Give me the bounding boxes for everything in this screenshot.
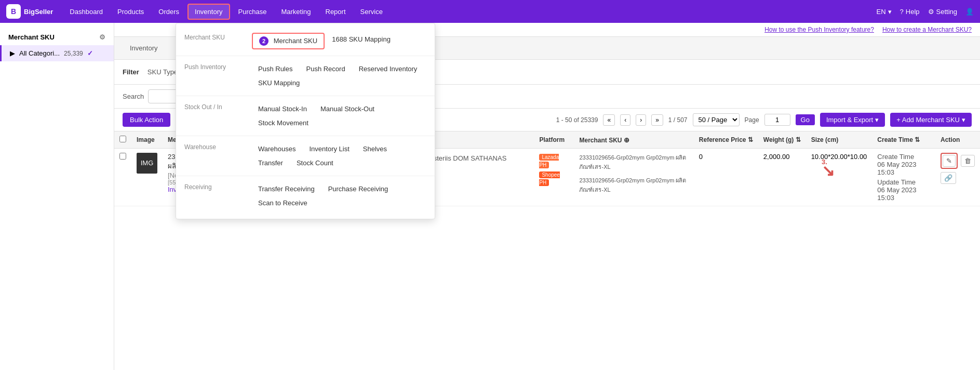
dropdown-stock-label: Stock Out / In	[184, 102, 252, 129]
dropdown-merchant-sku-section: Merchant SKU 2 Merchant SKU 1688 SKU Map…	[176, 30, 435, 52]
delete-button[interactable]: 🗑	[961, 155, 975, 167]
dropdown-merchant-sku-item[interactable]: 2 Merchant SKU	[252, 33, 325, 49]
create-sku-help[interactable]: How to create a Merchant SKU?	[882, 26, 972, 33]
divider-3	[176, 136, 435, 136]
col-action: Action	[935, 131, 980, 149]
dropdown-1688-mapping[interactable]: 1688 SKU Mapping	[326, 33, 397, 49]
col-weight: Weight (g) ⇅	[758, 131, 806, 149]
row-platform-cell: Lazada PH Shopee PH	[534, 149, 574, 206]
dropdown-stock-count[interactable]: Stock Count	[290, 156, 340, 169]
last-page-button[interactable]: »	[651, 114, 663, 126]
update-time-label: Update Time	[877, 178, 930, 186]
subnav-inventory[interactable]: Inventory	[123, 40, 165, 56]
top-navigation: B BigSeller Dashboard Products Orders In…	[0, 0, 980, 23]
pagination-info: 1 - 50 of 25339	[556, 116, 598, 124]
dropdown-stock-items: Manual Stock-In Manual Stock-Out Stock M…	[252, 102, 426, 129]
add-merchant-sku-button[interactable]: + Add Merchant SKU ▾	[890, 113, 972, 127]
edit-button[interactable]: ✎	[943, 155, 956, 167]
dropdown-manual-out[interactable]: Manual Stock-Out	[314, 102, 381, 115]
select-all-checkbox[interactable]	[119, 136, 126, 142]
create-time-value: 06 May 2023 15:03	[877, 161, 930, 176]
dropdown-scan-receive[interactable]: Scan to Receive	[252, 196, 314, 209]
col-image: Image	[131, 131, 163, 149]
sidebar-all-categories[interactable]: ▶ All Categori... 25,339 ✓	[0, 45, 114, 61]
col-create-time: Create Time ⇅	[872, 131, 935, 149]
dropdown-stock-movement[interactable]: Stock Movement	[252, 116, 315, 129]
weight-value: 2,000.00	[763, 153, 790, 161]
lang-switcher[interactable]: EN ▾	[876, 8, 891, 16]
dropdown-inventory-list[interactable]: Inventory List	[303, 142, 356, 155]
help-link[interactable]: ? Help	[900, 8, 920, 16]
nav-inventory[interactable]: Inventory	[187, 4, 230, 20]
bulk-action-button[interactable]: Bulk Action	[123, 113, 170, 127]
dropdown-push-inventory-section: Push Inventory Push Rules Push Record Re…	[176, 59, 435, 92]
nav-service[interactable]: Service	[354, 5, 389, 19]
create-time-label: Create Time	[877, 153, 930, 161]
nav-products[interactable]: Products	[111, 5, 150, 19]
dropdown-shelves[interactable]: Shelves	[357, 142, 393, 155]
action-highlight: ✎	[941, 153, 958, 169]
nav-right: EN ▾ ? Help ⚙ Setting 👤	[876, 8, 974, 16]
step2-badge: 2	[259, 36, 269, 46]
dropdown-merchant-sku-items: 2 Merchant SKU 1688 SKU Mapping	[252, 33, 426, 49]
dropdown-push-label: Push Inventory	[184, 62, 252, 89]
dropdown-stock-section: Stock Out / In Manual Stock-In Manual St…	[176, 99, 435, 133]
sidebar-title: Merchant SKU ⚙	[0, 29, 114, 45]
dropdown-receiving-label: Receiving	[184, 182, 252, 209]
row-image-cell: IMG	[131, 149, 163, 206]
action-icons: ✎ 🗑	[941, 153, 975, 169]
dropdown-sku-mapping[interactable]: SKU Mapping	[252, 76, 306, 89]
go-button[interactable]: Go	[796, 114, 815, 125]
first-page-button[interactable]: «	[603, 114, 615, 126]
sidebar-gear-icon[interactable]: ⚙	[99, 33, 105, 41]
dropdown-warehouse-items: Warehouses Inventory List Shelves Transf…	[252, 142, 426, 169]
dropdown-warehouse-label: Warehouse	[184, 142, 252, 169]
dropdown-push-items: Push Rules Push Record Reserved Inventor…	[252, 62, 426, 89]
col-size: Size (cm)	[806, 131, 872, 149]
dropdown-warehouses[interactable]: Warehouses	[252, 142, 302, 155]
dropdown-push-record[interactable]: Push Record	[300, 62, 351, 75]
logo[interactable]: B BigSeller	[6, 4, 53, 19]
search-label: Search	[123, 92, 144, 100]
platform-lazada: Lazada PH	[539, 154, 559, 168]
page-label: Page	[745, 116, 759, 124]
merchant-sku-value-1: 23331029656-Grp02mym Grp02mym ผลิตภัณฑ์เ…	[579, 153, 688, 171]
next-page-button[interactable]: ›	[636, 114, 646, 126]
main-layout: Merchant SKU ⚙ ▶ All Categori... 25,339 …	[0, 23, 980, 370]
dropdown-push-rules[interactable]: Push Rules	[252, 62, 299, 75]
dropdown-merchant-sku-label: Merchant SKU	[184, 33, 252, 49]
row-size-cell: 10.00*20.00*10.00	[806, 149, 872, 206]
link-button[interactable]: 🔗	[941, 172, 956, 184]
setting-link[interactable]: ⚙ Setting	[928, 8, 957, 16]
nav-orders[interactable]: Orders	[152, 5, 185, 19]
page-input[interactable]	[764, 114, 790, 126]
nav-purchase[interactable]: Purchase	[232, 5, 273, 19]
dropdown-transfer-receiving[interactable]: Transfer Receiving	[252, 182, 321, 195]
import-export-button[interactable]: Import & Export ▾	[820, 113, 885, 127]
dropdown-warehouse-section: Warehouse Warehouses Inventory List Shel…	[176, 139, 435, 173]
dropdown-transfer[interactable]: Transfer	[252, 156, 289, 169]
dropdown-receiving-items: Transfer Receiving Purchase Receiving Sc…	[252, 182, 426, 209]
nav-marketing[interactable]: Marketing	[275, 5, 317, 19]
sku-type-label: SKU Type	[147, 68, 178, 76]
dropdown-purchase-receiving[interactable]: Purchase Receiving	[322, 182, 395, 195]
nav-items: Dashboard Products Orders Inventory Purc…	[63, 4, 876, 20]
add-col-icon[interactable]: ⊕	[624, 136, 629, 144]
logo-icon: B	[6, 4, 21, 19]
row-action-cell: ✎ 🗑 🔗	[935, 149, 980, 206]
row-checkbox-cell	[114, 149, 131, 206]
size-value: 10.00*20.00*10.00	[811, 153, 867, 161]
page-value: 1 / 507	[668, 116, 688, 124]
dropdown-reserved-inventory[interactable]: Reserved Inventory	[353, 62, 424, 75]
row-checkbox[interactable]	[119, 153, 126, 160]
toolbar-right: 1 - 50 of 25339 « ‹ › » 1 / 507 50 / Pag…	[556, 113, 972, 127]
nav-report[interactable]: Report	[319, 5, 352, 19]
nav-dashboard[interactable]: Dashboard	[63, 5, 109, 19]
sidebar: Merchant SKU ⚙ ▶ All Categori... 25,339 …	[0, 23, 114, 370]
page-size-select[interactable]: 50 / Page	[693, 113, 740, 126]
inventory-dropdown: Merchant SKU 2 Merchant SKU 1688 SKU Map…	[176, 23, 435, 219]
prev-page-button[interactable]: ‹	[620, 114, 630, 126]
user-avatar[interactable]: 👤	[965, 8, 974, 16]
dropdown-manual-in[interactable]: Manual Stock-In	[252, 102, 313, 115]
push-inventory-help[interactable]: How to use the Push Inventory feature?	[764, 26, 874, 33]
